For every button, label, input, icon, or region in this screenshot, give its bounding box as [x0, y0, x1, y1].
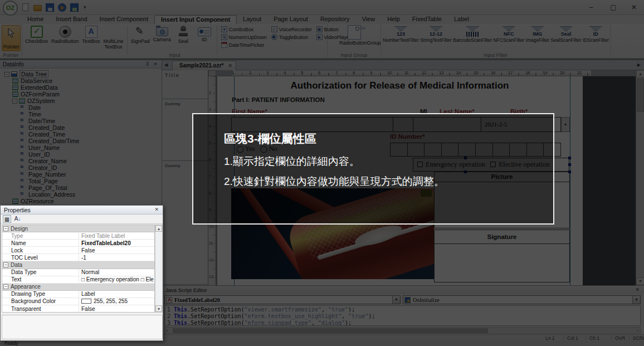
property-label: Background Color [2, 298, 79, 304]
property-label: Name [2, 240, 79, 246]
properties-toolbar: ▦ A↓ [1, 215, 163, 224]
property-row-datatype: Data TypeNormal [2, 269, 154, 276]
property-label: Drawing Type [2, 291, 79, 297]
property-label: Text [2, 276, 79, 282]
section-label: Design [11, 226, 28, 232]
property-row-name: NameFixedTableLabel20 [2, 240, 154, 247]
application-window: OZ ▾ – ▢ ✕ HomeInsert BandInsert Compone… [0, 0, 644, 346]
properties-title: Properties [4, 207, 31, 213]
section-collapse-icon[interactable]: − [3, 226, 8, 231]
section-label: Data [11, 262, 22, 268]
property-value[interactable]: 255, 255, 255 [79, 298, 154, 304]
property-value[interactable]: FixedTableLabel20 [79, 240, 154, 246]
properties-grid: −DesignTypeFixed Table LabelNameFixedTab… [2, 225, 155, 313]
property-label: Type [2, 233, 79, 239]
property-value[interactable]: -1 [79, 255, 154, 261]
tutorial-callout: 區塊3-欄位屬性區 1.顯示指定欄位的詳細內容。 2.快速針對欄位內容做功能與呈… [192, 113, 554, 225]
property-section-design[interactable]: −Design [2, 225, 154, 232]
properties-close-icon[interactable]: ✕ [154, 207, 159, 212]
property-row-backgroundcolor: Background Color255, 255, 255 [2, 298, 154, 305]
property-value[interactable]: False [79, 306, 154, 312]
property-label: Data Type [2, 269, 79, 275]
color-swatch [81, 299, 91, 304]
scroll-up-icon[interactable]: ▲ [155, 225, 162, 232]
property-value[interactable]: Normal [79, 269, 154, 275]
properties-scrollbar[interactable]: ▲ ▼ [155, 225, 163, 313]
property-row-type: TypeFixed Table Label [2, 232, 154, 240]
sort-alphabetical-icon[interactable]: A↓ [13, 215, 22, 223]
callout-line-1: 1.顯示指定欄位的詳細內容。 [224, 154, 360, 169]
properties-panel: Properties ✕ ▦ A↓ −DesignTypeFixed Table… [0, 205, 163, 341]
categorized-view-icon[interactable]: ▦ [3, 215, 11, 223]
property-value[interactable]: Fixed Table Label [79, 233, 154, 239]
callout-title: 區塊3-欄位屬性區 [224, 131, 316, 147]
property-value[interactable]: □ Emergency operation □ Ele [79, 276, 154, 282]
callout-line-2: 2.快速針對欄位內容做功能與呈現方式的調整。 [224, 174, 445, 189]
dim-overlay [163, 205, 644, 346]
property-row-drawingtype: Drawing TypeLabel [2, 291, 154, 298]
property-value[interactable]: False [79, 247, 154, 254]
scroll-down-icon[interactable]: ▼ [155, 305, 162, 312]
properties-header: Properties ✕ [1, 206, 163, 215]
property-section-appearance[interactable]: −Appearance [2, 284, 154, 291]
property-row-lock: LockFalse [2, 247, 154, 254]
property-value[interactable]: Label [79, 291, 154, 297]
section-label: Appearance [11, 284, 41, 290]
section-collapse-icon[interactable]: − [3, 262, 8, 267]
property-label: TOC Level [2, 255, 79, 261]
property-label: Transparent [2, 306, 79, 312]
property-row-text: Text□ Emergency operation □ Ele [2, 276, 154, 284]
dim-overlay [0, 341, 163, 346]
properties-description-area [2, 315, 163, 339]
property-section-data[interactable]: −Data [2, 261, 154, 269]
property-row-transparent: TransparentFalse [2, 305, 154, 313]
property-row-toclevel: TOC Level-1 [2, 254, 154, 261]
section-collapse-icon[interactable]: − [3, 284, 8, 289]
property-label: Lock [2, 247, 79, 254]
